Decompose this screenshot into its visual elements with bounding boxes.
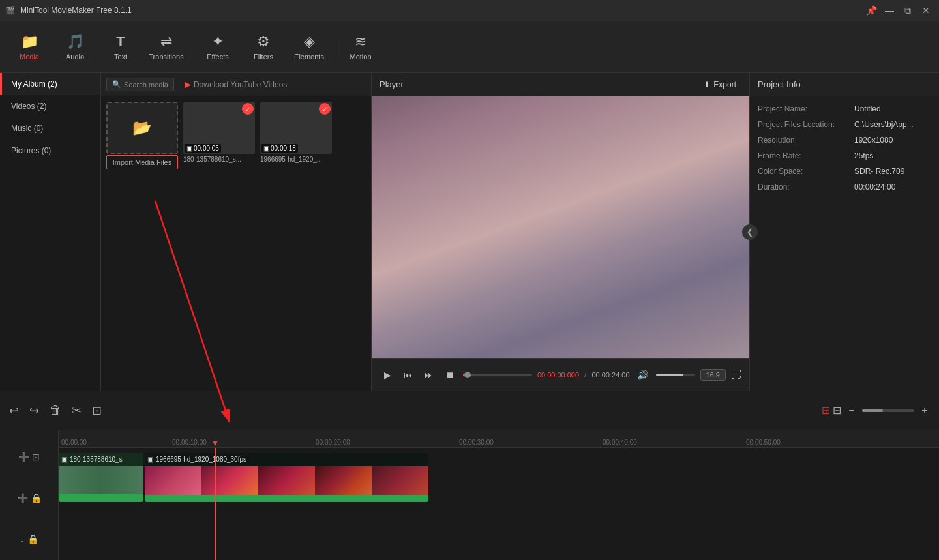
toolbar-text[interactable]: T Text <box>98 24 143 70</box>
clip-1-label: 180-135788610_s <box>70 456 123 463</box>
volume-slider[interactable] <box>656 374 695 376</box>
clip-2-header: ▣ 1966695-hd_1920_1080_30fps <box>145 453 428 466</box>
clip-frame-4 <box>315 466 372 495</box>
toolbar-effects[interactable]: ✦ Effects <box>195 24 241 70</box>
zoom-in-button[interactable]: + <box>917 403 932 419</box>
import-label[interactable]: Import Media Files <box>106 155 178 169</box>
clip-frame-3 <box>258 466 315 495</box>
playhead[interactable] <box>215 448 216 560</box>
toolbar-media-label: Media <box>20 53 39 61</box>
cut-button[interactable]: ✂ <box>69 401 84 420</box>
volume-icon[interactable]: 🔊 <box>635 367 651 383</box>
zoom-out-button[interactable]: − <box>844 403 859 419</box>
toolbar-filters[interactable]: ⚙ Filters <box>241 24 286 70</box>
delete-button[interactable]: 🗑 <box>47 401 64 420</box>
fullscreen-button[interactable]: ⛶ <box>731 369 741 381</box>
project-row-location: Project Files Location: C:\Users\bjApp..… <box>758 120 931 129</box>
zoom-slider[interactable] <box>862 409 914 412</box>
project-row-framerate: Frame Rate: 25fps <box>758 151 931 160</box>
toolbar-media[interactable]: 📁 Media <box>7 24 52 70</box>
media-icon: 📁 <box>21 33 38 50</box>
add-video-icon: ➕ <box>17 493 28 503</box>
audio-track-controls[interactable]: ♩ 🔒 <box>0 531 58 547</box>
clip-1-body <box>59 466 143 494</box>
redo-button[interactable]: ↪ <box>27 401 42 420</box>
video-track: ▣ 180-135788610_s ▣ 1966695-hd_1920_1080… <box>59 448 939 507</box>
sidebar-item-myalbum[interactable]: My Album (2) <box>0 73 100 95</box>
text-icon: T <box>116 33 125 50</box>
project-toggle-button[interactable]: ❮ <box>742 224 758 240</box>
skip-back-button[interactable]: ⏮ <box>400 367 416 383</box>
clip-2-frame-icon: ▣ <box>147 456 153 463</box>
search-media-label: Search media <box>124 81 168 89</box>
media-grid: 📂 Import Media Files ▣ 00:00:05 <box>101 96 371 391</box>
sidebar-item-videos[interactable]: Videos (2) <box>0 95 100 117</box>
title-bar-controls: 📌 — ⧉ ✕ <box>863 3 934 18</box>
toolbar-text-label: Text <box>114 53 127 61</box>
maximize-button[interactable]: ⧉ <box>900 3 916 18</box>
clip-frame-2 <box>201 466 258 495</box>
toolbar-transitions[interactable]: ⇌ Transitions <box>143 24 189 70</box>
media-thumb-1: ▣ 00:00:05 ✓ <box>183 102 255 154</box>
copy-track-icon: ⊡ <box>32 452 40 462</box>
media-item-1[interactable]: ▣ 00:00:05 ✓ 180-135788610_s... <box>183 102 255 169</box>
project-row-name: Project Name: Untitled <box>758 104 931 113</box>
project-row-colorspace: Color Space: SDR- Rec.709 <box>758 167 931 176</box>
crop-button[interactable]: ⊡ <box>89 401 104 420</box>
close-button[interactable]: ✕ <box>918 3 934 18</box>
play-button[interactable]: ▶ <box>380 367 395 383</box>
stop-button[interactable]: ⏹ <box>442 367 458 383</box>
clip-2-label: 1966695-hd_1920_1080_30fps <box>156 456 246 463</box>
project-name-value: Untitled <box>854 104 881 113</box>
clip-frame-5 <box>372 466 428 495</box>
timeline-right: 00:00:00 00:00:10:00 00:00:20:00 00:00:3… <box>59 430 939 560</box>
project-content: Project Name: Untitled Project Files Loc… <box>750 96 939 199</box>
toolbar-elements[interactable]: ◈ Elements <box>286 24 332 70</box>
project-row-resolution: Resolution: 1920x1080 <box>758 136 931 145</box>
media-item-2[interactable]: ▣ 00:00:18 ✓ 1966695-hd_1920_... <box>260 102 332 169</box>
timeline-clip-2[interactable]: ▣ 1966695-hd_1920_1080_30fps <box>145 453 428 502</box>
search-icon: 🔍 <box>112 80 121 89</box>
toolbar-motion[interactable]: ≋ Motion <box>338 24 383 70</box>
project-colorspace-value: SDR- Rec.709 <box>854 167 904 176</box>
aspect-ratio-button[interactable]: 16:9 <box>700 369 726 381</box>
skip-forward-button[interactable]: ⏭ <box>421 367 437 383</box>
minimize-button[interactable]: — <box>882 3 897 18</box>
current-time: 00:00:00:000 <box>537 371 579 379</box>
lock-video-icon: 🔒 <box>31 493 42 503</box>
timeline-clip-1[interactable]: ▣ 180-135788610_s <box>59 453 143 502</box>
progress-thumb <box>464 372 471 378</box>
clip-1-greenbar <box>59 494 143 502</box>
video-preview <box>372 96 749 358</box>
export-button[interactable]: ⬆ Export <box>698 78 741 92</box>
ruler-mark-3: 00:00:30:00 <box>459 439 494 446</box>
add-track-icon: ➕ <box>18 452 29 462</box>
import-media-item[interactable]: 📂 Import Media Files <box>106 102 178 169</box>
project-panel: Project Info ❮ Project Name: Untitled Pr… <box>750 73 939 391</box>
toolbar-audio[interactable]: 🎵 Audio <box>52 24 98 70</box>
video-track-controls[interactable]: ➕ 🔒 <box>0 490 58 506</box>
timeline-toolbar: ↩ ↪ 🗑 ✂ ⊡ ⊞ ⊟ − + <box>0 391 939 430</box>
project-row-duration: Duration: 00:00:24:00 <box>758 183 931 192</box>
search-box[interactable]: 🔍 Search media <box>106 78 174 91</box>
folder-icon: 📂 <box>132 119 152 137</box>
filters-icon: ⚙ <box>257 33 270 50</box>
effects-icon: ✦ <box>212 33 224 50</box>
sidebar-item-pictures[interactable]: Pictures (0) <box>0 140 100 162</box>
progress-bar[interactable] <box>463 374 532 376</box>
check-badge-2: ✓ <box>319 103 331 115</box>
youtube-download-button[interactable]: ▶ Download YouTube Videos <box>179 78 292 91</box>
export-icon: ⬆ <box>704 80 710 89</box>
elements-icon: ◈ <box>304 33 315 50</box>
project-colorspace-label: Color Space: <box>758 167 849 176</box>
timeline-ruler: 00:00:00 00:00:10:00 00:00:20:00 00:00:3… <box>59 430 939 448</box>
clip-frame-1 <box>145 466 201 495</box>
undo-button[interactable]: ↩ <box>7 401 22 420</box>
toolbar-filters-label: Filters <box>254 53 273 61</box>
sidebar-item-music[interactable]: Music (0) <box>0 117 100 140</box>
motion-icon: ≋ <box>355 33 366 50</box>
pin-icon[interactable]: 📌 <box>863 3 879 18</box>
toolbar-separator2 <box>335 34 335 60</box>
add-track-button[interactable]: ➕ ⊡ <box>0 449 58 465</box>
zoom-controls: ⊞ ⊟ − + <box>822 403 932 419</box>
